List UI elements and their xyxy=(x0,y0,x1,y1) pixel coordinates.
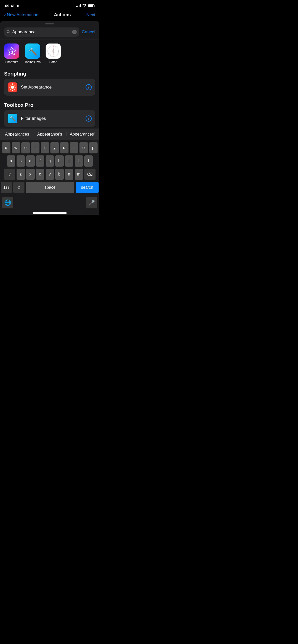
key-m[interactable]: m xyxy=(75,169,83,180)
key-q[interactable]: q xyxy=(2,142,10,153)
globe-key[interactable]: 🌐 xyxy=(2,197,13,208)
keyboard: q w e r t y u i o p a s d f g h j k l ⇧ … xyxy=(0,140,99,196)
svg-line-27 xyxy=(15,85,15,85)
nav-header: ‹ New Automation Actions Next xyxy=(0,10,99,21)
set-appearance-row[interactable]: Set Appearance i xyxy=(4,79,95,96)
set-appearance-label: Set Appearance xyxy=(21,85,52,90)
status-icons xyxy=(76,4,94,7)
mic-key[interactable]: 🎤 xyxy=(86,197,97,208)
key-g[interactable]: g xyxy=(46,155,54,167)
apps-row: S Shortcuts 🔨 Toolbox Pr xyxy=(0,39,99,67)
action-sheet: Appearance ✕ Cancel xyxy=(0,21,99,128)
key-a[interactable]: a xyxy=(7,155,15,167)
back-button[interactable]: ‹ New Automation xyxy=(4,12,38,18)
svg-line-25 xyxy=(15,89,15,90)
battery-icon xyxy=(88,4,94,7)
search-clear-button[interactable]: ✕ xyxy=(72,30,77,34)
sheet-handle xyxy=(0,21,99,26)
svg-text:E: E xyxy=(58,50,59,52)
key-b[interactable]: b xyxy=(55,169,64,180)
keyboard-bottom-row: 🌐 🎤 xyxy=(0,196,99,210)
search-field[interactable]: Appearance ✕ xyxy=(4,27,79,37)
key-row-3: ⇧ z x c v b n m ⌫ xyxy=(1,169,99,180)
status-time: 09:41 ◀ xyxy=(5,4,18,8)
key-k[interactable]: k xyxy=(75,155,83,167)
svg-line-24 xyxy=(10,85,10,85)
safari-app-icon: N S E W xyxy=(46,43,61,59)
key-v[interactable]: v xyxy=(46,169,54,180)
safari-app-label: Safari xyxy=(49,60,57,64)
app-item-toolbox[interactable]: 🔨 Toolbox Pro xyxy=(24,43,40,64)
key-i[interactable]: i xyxy=(70,142,78,153)
signal-bars xyxy=(76,4,81,7)
key-x[interactable]: x xyxy=(26,169,35,180)
search-icon xyxy=(7,30,10,34)
page-title: Actions xyxy=(54,12,71,18)
toolbox-app-label: Toolbox Pro xyxy=(24,60,40,64)
filter-images-label: Filter Images xyxy=(21,116,46,121)
key-h[interactable]: h xyxy=(55,155,64,167)
next-button[interactable]: Next xyxy=(86,12,95,18)
shortcuts-app-icon: S xyxy=(4,43,19,59)
key-w[interactable]: w xyxy=(12,142,20,153)
predictive-item-2[interactable]: Appearances' xyxy=(66,131,98,138)
search-container: Appearance ✕ Cancel xyxy=(0,26,99,39)
delete-key[interactable]: ⌫ xyxy=(84,169,96,180)
space-key[interactable]: space xyxy=(26,182,74,193)
key-o[interactable]: o xyxy=(79,142,88,153)
predictive-row: Appearances Appearance's Appearances' xyxy=(0,128,99,140)
filter-images-info-button[interactable]: i xyxy=(86,115,92,122)
set-appearance-info-button[interactable]: i xyxy=(86,84,92,90)
set-appearance-icon xyxy=(8,82,17,92)
location-icon: ◀ xyxy=(16,4,18,8)
filter-images-row[interactable]: 🔨 Filter Images i xyxy=(4,110,95,127)
numbers-key[interactable]: 123 xyxy=(1,182,12,193)
key-e[interactable]: e xyxy=(21,142,30,153)
search-key[interactable]: search xyxy=(76,182,99,193)
key-c[interactable]: c xyxy=(36,169,44,180)
key-d[interactable]: d xyxy=(26,155,35,167)
key-p[interactable]: p xyxy=(89,142,98,153)
key-t[interactable]: t xyxy=(41,142,49,153)
key-l[interactable]: l xyxy=(84,155,93,167)
home-indicator xyxy=(33,212,67,214)
toolbox-section-header: Toolbox Pro xyxy=(0,98,99,110)
svg-text:S: S xyxy=(53,56,54,57)
key-r[interactable]: r xyxy=(31,142,39,153)
key-j[interactable]: j xyxy=(65,155,73,167)
status-bar: 09:41 ◀ xyxy=(0,0,99,10)
keyboard-area: Appearances Appearance's Appearances' q … xyxy=(0,128,99,215)
svg-point-19 xyxy=(11,86,14,89)
key-u[interactable]: u xyxy=(60,142,69,153)
key-f[interactable]: f xyxy=(36,155,44,167)
key-row-2: a s d f g h j k l xyxy=(1,155,99,167)
svg-text:🔨: 🔨 xyxy=(9,115,16,122)
svg-line-26 xyxy=(10,89,10,90)
app-item-shortcuts[interactable]: S Shortcuts xyxy=(4,43,19,64)
key-s[interactable]: s xyxy=(17,155,25,167)
predictive-item-0[interactable]: Appearances xyxy=(1,131,33,138)
shift-key[interactable]: ⇧ xyxy=(4,169,15,180)
svg-text:S: S xyxy=(10,49,13,54)
emoji-key[interactable]: ☺ xyxy=(13,182,24,193)
svg-text:N: N xyxy=(53,45,54,47)
key-y[interactable]: y xyxy=(50,142,59,153)
app-item-safari[interactable]: N S E W Safari xyxy=(46,43,61,64)
svg-text:🔨: 🔨 xyxy=(28,48,37,56)
scripting-section-header: Scripting xyxy=(0,67,99,79)
key-n[interactable]: n xyxy=(65,169,73,180)
toolbox-app-icon: 🔨 xyxy=(25,43,40,59)
shortcuts-app-label: Shortcuts xyxy=(5,60,18,64)
search-cancel-button[interactable]: Cancel xyxy=(82,30,95,35)
search-input[interactable]: Appearance xyxy=(12,30,70,35)
wifi-icon xyxy=(82,4,86,7)
key-row-1: q w e r t y u i o p xyxy=(1,142,99,153)
key-row-4: 123 ☺ space search xyxy=(1,182,99,193)
chevron-left-icon: ‹ xyxy=(4,12,6,18)
filter-images-icon: 🔨 xyxy=(8,114,17,123)
predictive-item-1[interactable]: Appearance's xyxy=(34,131,66,138)
key-z[interactable]: z xyxy=(17,169,25,180)
